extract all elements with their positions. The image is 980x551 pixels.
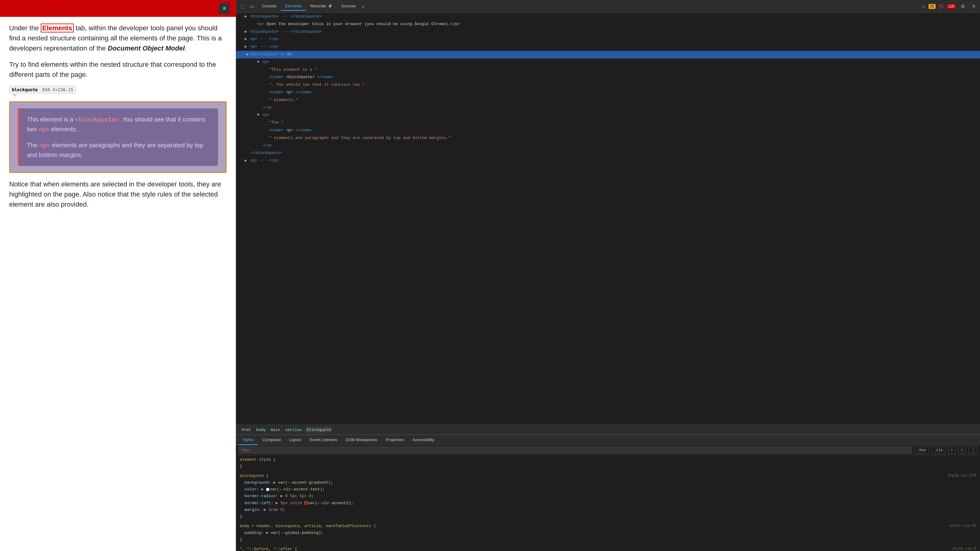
breadcrumb-section[interactable]: section bbox=[283, 427, 304, 432]
dom-line-text4[interactable]: "The " bbox=[236, 119, 980, 127]
swatch-border-left[interactable] bbox=[304, 502, 307, 505]
add-style-button[interactable]: + bbox=[948, 447, 956, 454]
tag-p6-open: <p> bbox=[250, 158, 257, 163]
more-style-button[interactable]: ⋮ bbox=[968, 446, 978, 454]
swatch-color[interactable] bbox=[266, 488, 269, 491]
error-count: 139 bbox=[947, 4, 956, 9]
source-body-header[interactable]: style.css:43 bbox=[950, 523, 976, 529]
blockquote-box: This element is a <blockquote>. You shou… bbox=[18, 108, 218, 166]
arrow-padding[interactable]: ▶ bbox=[266, 530, 269, 535]
tab-layout[interactable]: Layout bbox=[285, 435, 305, 445]
source-blockquote1[interactable]: style.css:278 bbox=[948, 473, 976, 479]
tooltip-tag: blockquote bbox=[12, 87, 38, 92]
expand-arrow-bq1[interactable]: ▶ bbox=[245, 14, 247, 19]
copy-style-button[interactable]: ❐ bbox=[958, 446, 966, 454]
intro-paragraph: Under the Elements tab, within the devel… bbox=[9, 23, 227, 53]
tag-p1: <p> bbox=[257, 22, 264, 26]
tab-sources[interactable]: Sources bbox=[337, 2, 360, 11]
dom-line-bq3-close[interactable]: </blockquote> bbox=[236, 149, 980, 157]
dom-line-p4-close[interactable]: </p> bbox=[236, 104, 980, 112]
prop-background: background bbox=[245, 480, 269, 485]
p-tag2: <p> bbox=[39, 141, 50, 149]
tag-bq2-close: </blockquote> bbox=[291, 29, 321, 34]
arrow-border-radius[interactable]: ▶ bbox=[280, 494, 283, 499]
tab-computed[interactable]: Computed bbox=[258, 435, 285, 445]
style-rule-element: element.style { } bbox=[236, 455, 980, 472]
filter-input[interactable] bbox=[239, 446, 912, 454]
dom-line-p5-open[interactable]: ▼ <p> bbox=[236, 111, 980, 119]
dom-line-code2[interactable]: <code> <p> </code> bbox=[236, 89, 980, 97]
dom-line-text1[interactable]: "This element is a " bbox=[236, 66, 980, 74]
tab-accessibility[interactable]: Accessibility bbox=[408, 435, 439, 445]
tab-properties[interactable]: Properties bbox=[382, 435, 408, 445]
style-rule-universal: *, *::before, *::after { style.css:2 box… bbox=[236, 545, 980, 551]
val-margin: 2rem 0 bbox=[269, 508, 283, 512]
tab-event-listeners[interactable]: Event Listeners bbox=[305, 435, 342, 445]
dom-line-p5-close[interactable]: </p> bbox=[236, 142, 980, 150]
dom-line-p1[interactable]: <p> Open the developer tools in your bro… bbox=[236, 21, 980, 28]
arrow-background[interactable]: ▶ bbox=[273, 480, 275, 485]
expand-arrow-p4[interactable]: ▼ bbox=[257, 60, 259, 64]
tab-recorder[interactable]: Recorder ⚡ bbox=[306, 2, 337, 11]
breadcrumb-blockquote[interactable]: blockquote bbox=[305, 427, 332, 432]
tab-console[interactable]: Console bbox=[258, 2, 281, 11]
val-color: var(--clr-accent-text) bbox=[270, 487, 323, 492]
dom-line-text2[interactable]: ". You should see that it contains two " bbox=[236, 81, 980, 89]
tag-bq3-close: </blockquote> bbox=[251, 151, 282, 155]
tag-p5-open: <p> bbox=[262, 113, 269, 117]
arrow-margin[interactable]: ▶ bbox=[264, 508, 266, 512]
dom-line-text3[interactable]: " elements." bbox=[236, 97, 980, 104]
close-icon[interactable]: ✕ bbox=[970, 2, 978, 10]
device-icon[interactable]: ▭ bbox=[248, 2, 256, 10]
dollar-eq-label: == $0 bbox=[280, 51, 292, 58]
expand-arrow-p5[interactable]: ▼ bbox=[257, 113, 259, 117]
tooltip-dims: 658.4×230.15 bbox=[42, 87, 73, 92]
dom-line-code3[interactable]: <code> <p> </code> bbox=[236, 127, 980, 134]
prop-border-radius: border-radius bbox=[245, 494, 275, 499]
hov-button[interactable]: :hov bbox=[915, 447, 929, 454]
tag-p4-close: </p> bbox=[263, 105, 272, 110]
inspect-icon[interactable]: ⬚ bbox=[239, 2, 247, 10]
p1-text: Open the developer tools in your browser… bbox=[266, 22, 460, 26]
arrow-color[interactable]: ▶ bbox=[261, 487, 264, 492]
dom-line-p3[interactable]: ▶ <p> ··· </p> bbox=[236, 43, 980, 51]
arrow-border-left[interactable]: ▶ bbox=[275, 501, 278, 505]
tag-code1-close: </code> bbox=[317, 75, 334, 79]
tab-dom-breakpoints[interactable]: DOM Breakpoints bbox=[342, 435, 382, 445]
dom-line-bq1[interactable]: ▶ <blockquote> ··· </blockquote> bbox=[236, 13, 980, 21]
tab-styles[interactable]: Styles bbox=[239, 435, 258, 445]
expand-arrow-p2[interactable]: ▶ bbox=[245, 37, 247, 41]
expand-arrow-p6[interactable]: ▶ bbox=[245, 158, 247, 163]
style-rule-body-header: body > header, blockquote, article, nav#… bbox=[236, 522, 980, 545]
dom-line-text5[interactable]: " elements are paragraphs and they are s… bbox=[236, 134, 980, 142]
cls-button[interactable]: .cls bbox=[931, 447, 946, 454]
tag-p4-open: <p> bbox=[262, 60, 269, 64]
tag-code1: <code> bbox=[269, 75, 283, 79]
dom-line-bq2[interactable]: ▶ <blockquote> ··· </blockquote> bbox=[236, 28, 980, 36]
source-universal[interactable]: style.css:2 bbox=[952, 546, 976, 551]
brace-element-close: } bbox=[240, 464, 242, 468]
text-node-3: " elements." bbox=[269, 98, 298, 102]
gear-icon[interactable]: ⚙ bbox=[959, 2, 967, 10]
expand-arrow-bq2[interactable]: ▶ bbox=[245, 29, 247, 34]
prop-padding: padding bbox=[245, 530, 261, 535]
text-node-4: "The " bbox=[269, 120, 283, 125]
dom-line-p4-open[interactable]: ▼ <p> bbox=[236, 59, 980, 66]
hamburger-button[interactable]: ≡ bbox=[219, 3, 230, 14]
blockquote-para1: This element is a <blockquote>. You shou… bbox=[27, 114, 210, 134]
tab-elements[interactable]: Elements bbox=[281, 2, 306, 11]
more-tabs-button[interactable]: » bbox=[360, 3, 366, 10]
dom-line-p6[interactable]: ▶ <p> ··· </p> bbox=[236, 157, 980, 165]
dom-line-p2[interactable]: ▶ <p> ··· </p> bbox=[236, 35, 980, 43]
tag-code3-close: </code> bbox=[296, 128, 312, 133]
selector-blockquote1: blockquote { bbox=[240, 473, 269, 478]
p-tag1: <p> bbox=[38, 125, 49, 133]
breadcrumb-html[interactable]: html bbox=[240, 427, 253, 432]
dom-line-code1[interactable]: <code> <blockquote> </code> bbox=[236, 73, 980, 81]
expand-arrow-p3[interactable]: ▶ bbox=[245, 44, 247, 49]
expand-arrow-bq3[interactable]: ▶ bbox=[247, 51, 249, 58]
breadcrumb-main[interactable]: main bbox=[269, 427, 282, 432]
dom-line-bq3-selected[interactable]: ··· ▶ <blockquote> == $0 bbox=[236, 51, 980, 59]
breadcrumb-body[interactable]: body bbox=[254, 427, 267, 432]
dom-tree[interactable]: ▶ <blockquote> ··· </blockquote> <p> Ope… bbox=[236, 13, 980, 425]
